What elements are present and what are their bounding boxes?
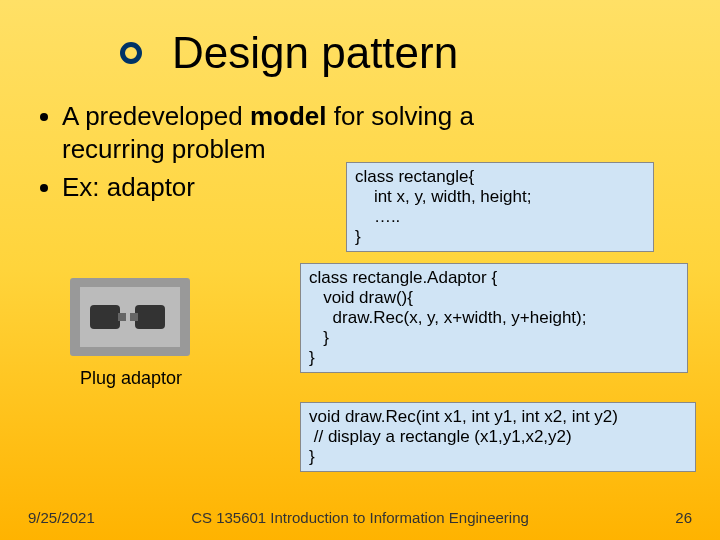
footer-page: 26 xyxy=(675,509,692,526)
bullet-1-model: model xyxy=(250,101,327,131)
bullet-1-line2: recurring problem xyxy=(62,134,266,164)
footer-date: 9/25/2021 xyxy=(28,509,95,526)
plug-adaptor-image xyxy=(70,278,190,356)
bullet-1-text-b: for solving a xyxy=(327,101,474,131)
plug-caption: Plug adaptor xyxy=(80,368,182,389)
title-bullet-icon xyxy=(120,42,142,64)
bullet-dot-icon xyxy=(40,113,48,121)
code-drawrec: void draw.Rec(int x1, int y1, int x2, in… xyxy=(300,402,696,472)
footer-course: CS 135601 Introduction to Information En… xyxy=(191,509,529,526)
svg-rect-2 xyxy=(135,305,165,329)
code-adaptor-class: class rectangle.Adaptor { void draw(){ d… xyxy=(300,263,688,373)
svg-rect-4 xyxy=(130,313,138,321)
code-rectangle-class: class rectangle{ int x, y, width, height… xyxy=(346,162,654,252)
bullet-1: A predeveloped model for solving a recur… xyxy=(62,100,474,165)
bullet-2: Ex: adaptor xyxy=(62,171,195,204)
bullet-dot-icon xyxy=(40,184,48,192)
slide-title: Design pattern xyxy=(172,28,458,78)
svg-rect-1 xyxy=(90,305,120,329)
bullet-1-text-a: A predeveloped xyxy=(62,101,250,131)
svg-rect-3 xyxy=(118,313,126,321)
